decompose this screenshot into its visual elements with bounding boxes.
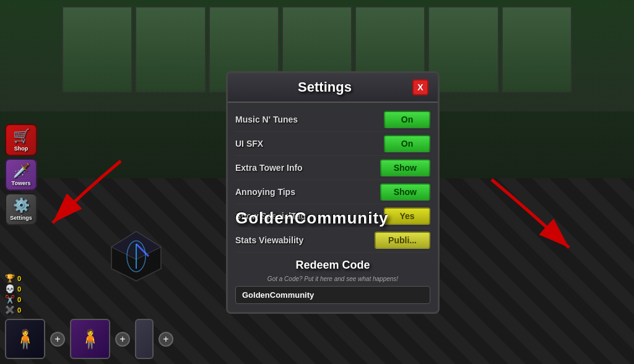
stat-value: 0 [17, 306, 21, 314]
setting-button-annoying-tips[interactable]: Show [380, 183, 430, 201]
setting-button-stats-view[interactable]: Publi... [375, 232, 430, 249]
character-silhouette-1: 🧍 [6, 320, 44, 358]
scissors-icon: ✂️ [5, 295, 15, 304]
shop-button[interactable]: 🛒 Shop [5, 124, 37, 156]
settings-button[interactable]: ⚙️ Settings [5, 193, 37, 225]
towers-icon: 🗡️ [13, 163, 30, 179]
stat-value: 0 [17, 296, 21, 303]
modal-close-button[interactable]: X [412, 79, 428, 95]
setting-row-stats-view: Stats Viewability Publi... [235, 228, 430, 253]
towers-label: Towers [12, 180, 31, 186]
shop-icon: 🛒 [13, 128, 30, 144]
modal-header: Settings X [228, 73, 438, 103]
sidebar: 🛒 Shop 🗡️ Towers ⚙️ Settings [5, 124, 37, 225]
character-panel-1: 🧍 [5, 319, 45, 359]
stat-value: 0 [17, 285, 21, 293]
add-character-button-3[interactable]: + [158, 332, 173, 347]
stat-item: ✂️ 0 [5, 295, 21, 304]
settings-modal: Settings X Music N' Tunes On UI SFX On E… [226, 71, 440, 314]
redeem-hint: Got a Code? Put it here and see what hap… [235, 275, 430, 282]
setting-row-music: Music N' Tunes On [235, 108, 430, 132]
setting-label-annoying-tips: Annoying Tips [235, 187, 295, 197]
shop-label: Shop [14, 145, 28, 152]
redeem-section: Redeem Code Got a Code? Put it here and … [235, 253, 430, 307]
setting-row-tower-info: Extra Tower Info Show [235, 156, 430, 180]
bottom-characters: 🧍 + 🧍 + + [5, 319, 173, 359]
stat-item: 🏆 0 [5, 274, 21, 283]
character-silhouette-2: 🧍 [71, 320, 109, 358]
setting-label-uisfx: UI SFX [235, 139, 263, 149]
cross-icon: ✖️ [5, 305, 15, 314]
add-character-button-1[interactable]: + [50, 332, 65, 347]
setting-button-uisfx[interactable]: On [384, 135, 430, 152]
window-pane [135, 6, 206, 93]
window-pane [502, 6, 572, 93]
towers-button[interactable]: 🗡️ Towers [5, 158, 37, 191]
stat-item: 💀 0 [5, 284, 21, 293]
setting-row-annoying-tips: Annoying Tips Show [235, 180, 430, 204]
character-panel-2: 🧍 [70, 319, 110, 359]
redeem-title: Redeem Code [235, 259, 430, 272]
setting-button-tower-info[interactable]: Show [380, 159, 430, 176]
modal-title: Settings [237, 79, 412, 95]
skull-icon: 💀 [5, 284, 15, 293]
redeem-input-row [235, 286, 430, 304]
setting-label-music: Music N' Tunes [235, 115, 298, 124]
modal-body: Music N' Tunes On UI SFX On Extra Tower … [228, 103, 438, 312]
stat-item: ✖️ 0 [5, 305, 21, 314]
setting-row-uisfx: UI SFX On [235, 132, 430, 156]
extra-slot [135, 319, 154, 359]
setting-label-tower-info: Extra Tower Info [235, 163, 303, 173]
setting-button-special-tag[interactable]: Yes [384, 207, 430, 225]
stats-panel: 🏆 0 💀 0 ✂️ 0 ✖️ 0 [5, 274, 21, 314]
cube-decoration [105, 225, 167, 290]
setting-button-music[interactable]: On [384, 111, 430, 128]
golden-community-annotation: GoldenCommunity [235, 209, 389, 228]
setting-label-stats-view: Stats Viewability [235, 235, 303, 245]
redeem-input[interactable] [235, 286, 430, 304]
settings-label: Settings [10, 215, 32, 221]
window-pane [62, 6, 132, 93]
add-character-button-2[interactable]: + [115, 332, 130, 347]
stat-value: 0 [17, 275, 21, 282]
settings-icon: ⚙️ [13, 197, 30, 214]
trophy-icon: 🏆 [5, 274, 15, 283]
